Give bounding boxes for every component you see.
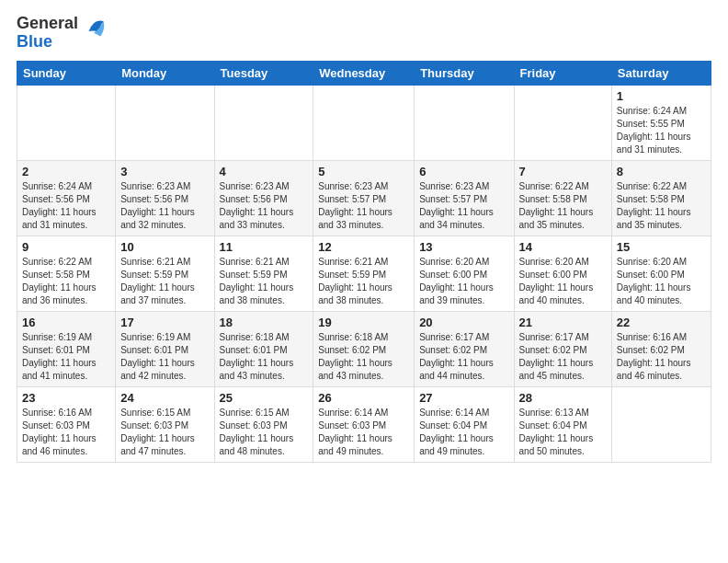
day-cell: 3Sunrise: 6:23 AM Sunset: 5:56 PM Daylig… [116, 160, 214, 236]
week-row-3: 9Sunrise: 6:22 AM Sunset: 5:58 PM Daylig… [17, 236, 711, 311]
day-cell: 8Sunrise: 6:22 AM Sunset: 5:58 PM Daylig… [611, 160, 711, 236]
day-info: Sunrise: 6:23 AM Sunset: 5:57 PM Dayligh… [318, 180, 409, 232]
day-info: Sunrise: 6:22 AM Sunset: 5:58 PM Dayligh… [617, 180, 706, 232]
day-info: Sunrise: 6:17 AM Sunset: 6:02 PM Dayligh… [419, 331, 508, 383]
page: General Blue SundayMondayTuesdayWednesda… [0, 0, 728, 477]
day-cell [116, 85, 214, 160]
day-cell: 12Sunrise: 6:21 AM Sunset: 5:59 PM Dayli… [313, 236, 415, 311]
day-cell: 7Sunrise: 6:22 AM Sunset: 5:58 PM Daylig… [514, 160, 611, 236]
day-number: 27 [419, 391, 508, 405]
day-number: 25 [220, 391, 309, 405]
day-info: Sunrise: 6:18 AM Sunset: 6:01 PM Dayligh… [220, 331, 309, 383]
day-info: Sunrise: 6:24 AM Sunset: 5:55 PM Dayligh… [617, 105, 706, 156]
day-cell: 6Sunrise: 6:23 AM Sunset: 5:57 PM Daylig… [415, 160, 514, 236]
day-cell: 4Sunrise: 6:23 AM Sunset: 5:56 PM Daylig… [214, 160, 313, 236]
calendar: SundayMondayTuesdayWednesdayThursdayFrid… [17, 61, 711, 463]
day-info: Sunrise: 6:16 AM Sunset: 6:02 PM Dayligh… [617, 331, 706, 383]
day-number: 1 [617, 89, 706, 103]
weekday-header-saturday: Saturday [611, 61, 711, 85]
day-number: 24 [120, 391, 209, 405]
day-cell: 13Sunrise: 6:20 AM Sunset: 6:00 PM Dayli… [415, 236, 514, 311]
day-number: 14 [519, 240, 607, 254]
day-info: Sunrise: 6:16 AM Sunset: 6:03 PM Dayligh… [22, 407, 110, 458]
day-info: Sunrise: 6:22 AM Sunset: 5:58 PM Dayligh… [519, 180, 607, 232]
week-row-5: 23Sunrise: 6:16 AM Sunset: 6:03 PM Dayli… [17, 386, 711, 462]
day-cell: 24Sunrise: 6:15 AM Sunset: 6:03 PM Dayli… [116, 386, 214, 462]
day-cell: 26Sunrise: 6:14 AM Sunset: 6:03 PM Dayli… [313, 386, 415, 462]
day-info: Sunrise: 6:21 AM Sunset: 5:59 PM Dayligh… [318, 256, 409, 307]
day-number: 20 [419, 316, 508, 329]
day-info: Sunrise: 6:21 AM Sunset: 5:59 PM Dayligh… [220, 256, 309, 307]
day-number: 6 [419, 165, 508, 178]
week-row-4: 16Sunrise: 6:19 AM Sunset: 6:01 PM Dayli… [17, 311, 711, 386]
day-cell: 22Sunrise: 6:16 AM Sunset: 6:02 PM Dayli… [611, 311, 711, 386]
day-info: Sunrise: 6:15 AM Sunset: 6:03 PM Dayligh… [220, 407, 309, 458]
day-info: Sunrise: 6:14 AM Sunset: 6:03 PM Dayligh… [318, 407, 409, 458]
day-cell: 27Sunrise: 6:14 AM Sunset: 6:04 PM Dayli… [415, 386, 514, 462]
day-info: Sunrise: 6:24 AM Sunset: 5:56 PM Dayligh… [22, 180, 110, 232]
day-cell [214, 85, 313, 160]
weekday-header-row: SundayMondayTuesdayWednesdayThursdayFrid… [17, 61, 711, 85]
day-info: Sunrise: 6:23 AM Sunset: 5:56 PM Dayligh… [220, 180, 309, 232]
day-number: 23 [22, 391, 110, 405]
day-cell: 21Sunrise: 6:17 AM Sunset: 6:02 PM Dayli… [514, 311, 611, 386]
day-number: 26 [318, 391, 409, 405]
day-info: Sunrise: 6:15 AM Sunset: 6:03 PM Dayligh… [120, 407, 209, 458]
day-cell: 2Sunrise: 6:24 AM Sunset: 5:56 PM Daylig… [17, 160, 116, 236]
weekday-header-tuesday: Tuesday [214, 61, 313, 85]
day-cell: 10Sunrise: 6:21 AM Sunset: 5:59 PM Dayli… [116, 236, 214, 311]
day-number: 15 [617, 240, 706, 254]
day-number: 19 [318, 316, 409, 329]
day-cell: 15Sunrise: 6:20 AM Sunset: 6:00 PM Dayli… [611, 236, 711, 311]
day-number: 10 [120, 240, 209, 254]
day-cell: 16Sunrise: 6:19 AM Sunset: 6:01 PM Dayli… [17, 311, 116, 386]
day-info: Sunrise: 6:23 AM Sunset: 5:56 PM Dayligh… [120, 180, 209, 232]
week-row-2: 2Sunrise: 6:24 AM Sunset: 5:56 PM Daylig… [17, 160, 711, 236]
day-number: 16 [22, 316, 110, 329]
logo-bird-icon [81, 15, 107, 48]
day-info: Sunrise: 6:21 AM Sunset: 5:59 PM Dayligh… [120, 256, 209, 307]
day-info: Sunrise: 6:18 AM Sunset: 6:02 PM Dayligh… [318, 331, 409, 383]
weekday-header-thursday: Thursday [415, 61, 514, 85]
day-number: 3 [120, 165, 209, 178]
weekday-header-sunday: Sunday [17, 61, 116, 85]
day-cell: 1Sunrise: 6:24 AM Sunset: 5:55 PM Daylig… [611, 85, 711, 160]
day-cell [17, 85, 116, 160]
day-cell: 28Sunrise: 6:13 AM Sunset: 6:04 PM Dayli… [514, 386, 611, 462]
day-cell [415, 85, 514, 160]
day-info: Sunrise: 6:13 AM Sunset: 6:04 PM Dayligh… [519, 407, 607, 458]
day-cell [514, 85, 611, 160]
day-info: Sunrise: 6:20 AM Sunset: 6:00 PM Dayligh… [617, 256, 706, 307]
day-info: Sunrise: 6:19 AM Sunset: 6:01 PM Dayligh… [22, 331, 110, 383]
weekday-header-monday: Monday [116, 61, 214, 85]
day-cell: 14Sunrise: 6:20 AM Sunset: 6:00 PM Dayli… [514, 236, 611, 311]
day-number: 11 [220, 240, 309, 254]
day-cell: 11Sunrise: 6:21 AM Sunset: 5:59 PM Dayli… [214, 236, 313, 311]
day-cell: 23Sunrise: 6:16 AM Sunset: 6:03 PM Dayli… [17, 386, 116, 462]
logo: General Blue [17, 15, 107, 52]
day-cell: 25Sunrise: 6:15 AM Sunset: 6:03 PM Dayli… [214, 386, 313, 462]
logo-blue-label: Blue [17, 33, 52, 52]
day-number: 22 [617, 316, 706, 329]
week-row-1: 1Sunrise: 6:24 AM Sunset: 5:55 PM Daylig… [17, 85, 711, 160]
day-info: Sunrise: 6:17 AM Sunset: 6:02 PM Dayligh… [519, 331, 607, 383]
day-number: 5 [318, 165, 409, 178]
day-cell: 20Sunrise: 6:17 AM Sunset: 6:02 PM Dayli… [415, 311, 514, 386]
day-number: 28 [519, 391, 607, 405]
day-number: 12 [318, 240, 409, 254]
day-cell [313, 85, 415, 160]
day-number: 9 [22, 240, 110, 254]
day-number: 18 [220, 316, 309, 329]
day-number: 7 [519, 165, 607, 178]
day-cell: 17Sunrise: 6:19 AM Sunset: 6:01 PM Dayli… [116, 311, 214, 386]
day-number: 21 [519, 316, 607, 329]
day-number: 13 [419, 240, 508, 254]
day-info: Sunrise: 6:20 AM Sunset: 6:00 PM Dayligh… [419, 256, 508, 307]
header: General Blue [17, 15, 711, 52]
day-number: 17 [120, 316, 209, 329]
day-cell: 19Sunrise: 6:18 AM Sunset: 6:02 PM Dayli… [313, 311, 415, 386]
day-cell: 5Sunrise: 6:23 AM Sunset: 5:57 PM Daylig… [313, 160, 415, 236]
day-info: Sunrise: 6:19 AM Sunset: 6:01 PM Dayligh… [120, 331, 209, 383]
day-cell [611, 386, 711, 462]
day-number: 2 [22, 165, 110, 178]
